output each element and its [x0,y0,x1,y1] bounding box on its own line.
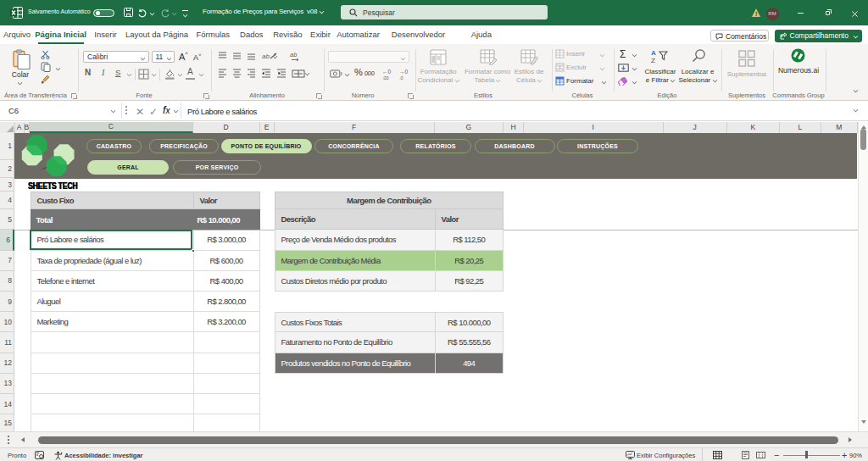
svg-text:.0: .0 [399,75,403,81]
svg-text:.00: .00 [382,75,389,81]
svg-text:A: A [651,49,656,57]
svg-text:ab: ab [262,53,270,60]
svg-text:→0: →0 [399,69,409,75]
svg-text:ab: ab [290,51,297,58]
svg-text:Z: Z [651,57,655,64]
svg-text:←0: ←0 [382,69,392,75]
